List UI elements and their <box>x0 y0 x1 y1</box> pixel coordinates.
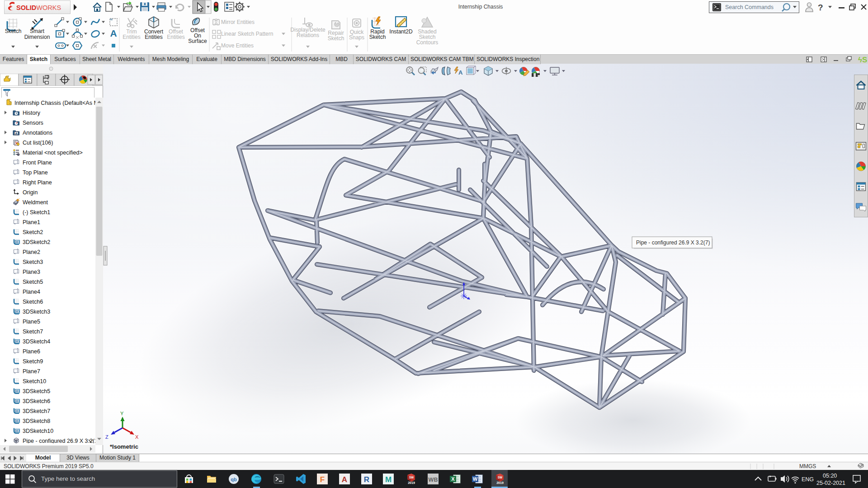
svg-text:(-) Sketch1: (-) Sketch1 <box>23 209 50 216</box>
svg-text:3D: 3D <box>15 419 20 423</box>
svg-text:Right Plane: Right Plane <box>23 179 52 186</box>
svg-text:X: X <box>451 476 455 482</box>
svg-text:Sketch: Sketch <box>328 35 344 42</box>
svg-text:2019: 2019 <box>408 481 415 484</box>
svg-text:Cut list(106): Cut list(106) <box>23 140 53 146</box>
svg-text:SW: SW <box>409 476 414 479</box>
svg-text:3DSketch4: 3DSketch4 <box>23 338 50 345</box>
svg-text:Plane7: Plane7 <box>23 368 40 375</box>
svg-text:Sketch9: Sketch9 <box>23 358 43 365</box>
svg-text:Pipe - configured 26.9 X 3.2(7: Pipe - configured 26.9 X 3.2(7) <box>636 239 710 246</box>
svg-text:Smart: Smart <box>30 28 45 34</box>
svg-text:3D: 3D <box>15 310 20 314</box>
svg-text:Plane3: Plane3 <box>23 269 40 275</box>
svg-text:ϟS: ϟS <box>858 56 867 64</box>
svg-text:Origin: Origin <box>23 189 38 196</box>
svg-text:Plane5: Plane5 <box>23 319 40 325</box>
svg-text:R: R <box>364 475 369 484</box>
svg-text:Y: Y <box>120 411 124 416</box>
svg-text:Entities: Entities <box>145 34 162 40</box>
svg-text:3D: 3D <box>15 240 20 244</box>
svg-text:X: X <box>135 434 139 440</box>
svg-text:3D: 3D <box>15 429 20 433</box>
svg-text:Sketch: Sketch <box>369 34 386 40</box>
svg-text:Dimension: Dimension <box>24 34 50 40</box>
svg-text:F: F <box>320 475 325 484</box>
svg-text:3DSketch7: 3DSketch7 <box>23 408 50 414</box>
svg-text:3DSketch3: 3DSketch3 <box>23 309 50 315</box>
svg-text:A: A <box>15 131 18 136</box>
svg-text:Surface: Surface <box>188 38 207 44</box>
svg-text:Contours: Contours <box>416 39 439 46</box>
svg-text:?: ? <box>818 3 823 12</box>
svg-text:Front Plane: Front Plane <box>23 160 52 166</box>
svg-text:A: A <box>342 475 347 484</box>
svg-text:Sketch7: Sketch7 <box>23 328 43 335</box>
svg-text:SOLIDWORKS: SOLIDWORKS <box>16 4 61 11</box>
svg-text:Sketch3: Sketch3 <box>23 259 43 265</box>
svg-text:Sketch: Sketch <box>5 28 22 34</box>
svg-text:Linear Sketch Pattern: Linear Sketch Pattern <box>221 31 273 37</box>
svg-text:A: A <box>458 69 463 76</box>
svg-text:Entities: Entities <box>167 34 184 40</box>
svg-text:3D: 3D <box>15 339 20 343</box>
svg-text:Plane2: Plane2 <box>23 249 40 255</box>
svg-text:Mirror Entities: Mirror Entities <box>221 19 255 25</box>
svg-text:Plane4: Plane4 <box>23 289 40 295</box>
svg-text:Z: Z <box>105 434 108 440</box>
svg-text:Sketch5: Sketch5 <box>23 279 43 285</box>
svg-text:Sketch6: Sketch6 <box>23 299 43 305</box>
svg-text:2019: 2019 <box>496 481 504 484</box>
svg-text:Top Plane: Top Plane <box>23 169 48 176</box>
svg-text:Entities: Entities <box>123 34 140 40</box>
svg-text:3DSketch5: 3DSketch5 <box>23 388 50 394</box>
svg-text:Snaps: Snaps <box>349 34 364 41</box>
svg-text:qb: qb <box>231 477 237 482</box>
svg-text:W: W <box>473 476 478 482</box>
svg-text:A: A <box>110 28 117 38</box>
svg-text:3D: 3D <box>15 399 20 403</box>
svg-text:Move Entities: Move Entities <box>221 42 254 49</box>
svg-text:3DSketch6: 3DSketch6 <box>23 398 50 404</box>
svg-text:Material <not specified>: Material <not specified> <box>23 150 83 156</box>
svg-text:SW: SW <box>498 476 503 479</box>
svg-text:25-02-2021: 25-02-2021 <box>816 480 845 486</box>
svg-text:3DSketch2: 3DSketch2 <box>23 239 50 245</box>
svg-text:Annotations: Annotations <box>23 130 52 136</box>
svg-text:*Isometric: *Isometric <box>110 443 138 450</box>
svg-text:Plane6: Plane6 <box>23 348 40 355</box>
svg-text:Sketch10: Sketch10 <box>23 378 46 385</box>
svg-text:Instant2D: Instant2D <box>389 28 413 35</box>
svg-text:Internship Chassis (Default<A: Internship Chassis (Default<As Ma <box>14 100 95 106</box>
svg-text:Pipe - configured 26.9 X 3.2(1: Pipe - configured 26.9 X 3.2(1) <box>23 438 95 444</box>
svg-text:WB: WB <box>429 477 438 483</box>
svg-text:Relations: Relations <box>297 32 319 38</box>
svg-text:3D: 3D <box>15 389 20 393</box>
svg-text:Sketch2: Sketch2 <box>23 229 43 235</box>
svg-text:Sensors: Sensors <box>23 120 43 126</box>
svg-text:M: M <box>385 475 392 484</box>
svg-text:3DSketch10: 3DSketch10 <box>23 428 53 434</box>
svg-text:Plane1: Plane1 <box>23 219 40 225</box>
svg-text:05:20: 05:20 <box>823 473 837 479</box>
svg-text:3D: 3D <box>15 409 20 413</box>
svg-text:Weldment: Weldment <box>23 199 48 206</box>
svg-text:ENG: ENG <box>802 476 814 483</box>
svg-text:3DSketch8: 3DSketch8 <box>23 418 50 424</box>
svg-text:History: History <box>23 110 41 116</box>
